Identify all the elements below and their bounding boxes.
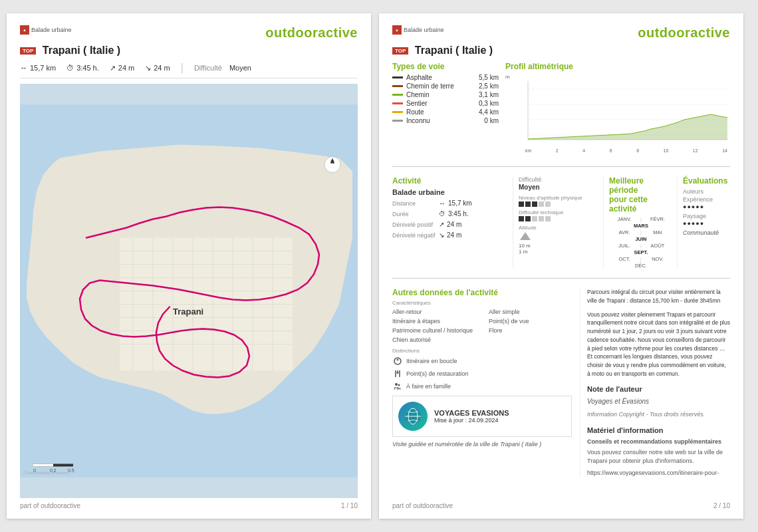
voie-profile-row: Types de voie Asphalte 5,5 km Chemin de … <box>392 62 730 153</box>
duration-label: Durée <box>392 211 439 217</box>
footer-right: 1 / 10 <box>341 502 358 509</box>
elev-up-icon: ↗ <box>110 64 116 72</box>
duration-val: ⏱ 3:45 h. <box>439 210 469 217</box>
carac-itineraire-etapes: Itinéraire à étapes <box>392 317 475 325</box>
deniv-neg-val: ↘ 24 m <box>439 231 461 239</box>
distinction-famille: À faire en famille <box>392 381 572 392</box>
voie-line-chemin <box>392 94 403 96</box>
voie-line-inconnu <box>392 120 403 122</box>
materiel-label: Matériel d'information <box>587 425 730 436</box>
apt-label: Niveau d'aptitude physique <box>519 195 599 201</box>
badge-text: Balade urbaine <box>31 27 72 33</box>
page-1: ▲ Balade urbaine outdooractive TOP Trapa… <box>7 13 371 519</box>
tech-dots <box>519 216 599 221</box>
badge-icon: ▲ <box>20 25 29 35</box>
deniv-pos-label: Dénivelé positif <box>392 221 439 228</box>
difficulty-col: Difficulté Moyen Niveau d'aptitude physi… <box>513 176 599 269</box>
clock-icon: ⏱ <box>66 64 74 72</box>
activity-duration-row: Durée ⏱ 3:45 h. <box>392 210 509 217</box>
voyages-name: VOYAGES EVASIONS <box>434 409 509 417</box>
page2-top-badge: TOP <box>392 47 408 55</box>
map-area: Trapani N 0 0.2 0.5 © OpenStreetMap cont… <box>20 84 358 498</box>
activity-type: Balade urbaine <box>392 188 509 196</box>
experience-label: Expérience <box>683 196 730 203</box>
stat-elev-down: ↘ 24 m <box>145 64 170 72</box>
eval-title: Évaluations <box>683 176 730 186</box>
voyages-info: VOYAGES EVASIONS Mise à jour : 24.09.202… <box>434 409 509 424</box>
note-auteur-val: Voyages et Évasions <box>587 396 730 406</box>
materiel-text: Vous pouvez consulter notre site web sur… <box>587 448 730 466</box>
activity-deniv-pos-row: Dénivelé positif ↗ 24 m <box>392 221 509 228</box>
description-text-2: Vous pouvez visiter pleinement Trapani e… <box>587 311 730 378</box>
stat-distance: ↔ 15,7 km <box>20 64 56 72</box>
boucle-icon <box>392 356 403 366</box>
distance-label: Distance <box>392 200 439 207</box>
profil-altimetrique: Profil altimétrique m 80 60 40 20 <box>505 62 730 153</box>
tech-label: Difficulté technique <box>519 209 599 215</box>
auteurs-label: Auteurs <box>683 188 730 195</box>
carac-chien: Chien autorisé <box>392 336 475 344</box>
mountain-icon <box>519 231 532 241</box>
voie-line-chemin-terre <box>392 85 403 87</box>
distance-val: ↔ 15,7 km <box>439 200 472 207</box>
autres-donnees-col: Autres données de l'activité Caractérist… <box>392 288 572 477</box>
carac-points-vue: Point(s) de vue <box>489 317 572 325</box>
voie-row-chemin: Chemin 3,1 km <box>392 91 499 98</box>
pages-container: ▲ Balade urbaine outdooractive TOP Trapa… <box>7 13 751 519</box>
chart-unit: m <box>505 74 730 80</box>
page2-footer-left: part of outdooractive <box>392 502 453 509</box>
activity-col: Activité Balade urbaine Distance ↔ 15,7 … <box>392 176 509 269</box>
voyages-box: VOYAGES EVASIONS Mise à jour : 24.09.202… <box>392 396 572 437</box>
route-title: TOP Trapani ( Italie ) <box>20 45 358 57</box>
months-grid: JANV. | FÉVR. MARS AVR. | MAI JUIN JUIL.… <box>609 216 673 269</box>
chart-wrapper: 80 60 40 20 <box>525 81 730 153</box>
meilleure-title: Meilleure périodepour cette activité <box>609 176 673 213</box>
voyages-logo <box>398 402 428 431</box>
voie-row-asphalte: Asphalte 5,5 km <box>392 74 499 81</box>
voie-row-route: Route 4,4 km <box>392 108 499 116</box>
voie-row-inconnu: Inconnu 0 km <box>392 117 499 124</box>
distinctions-label: Distinctions <box>392 348 572 354</box>
page-2: ▲ Balade urbaine outdooractive TOP Trapa… <box>379 13 743 519</box>
page2-badge-icon: ▲ <box>392 25 402 35</box>
page1-header: ▲ Balade urbaine outdooractive <box>20 25 358 41</box>
dot <box>525 216 531 221</box>
svg-marker-42 <box>396 358 399 360</box>
dot <box>539 216 544 221</box>
activity-row: Activité Balade urbaine Distance ↔ 15,7 … <box>392 176 730 269</box>
elev-down-icon: ↘ <box>145 64 151 72</box>
apt-dots <box>519 201 599 207</box>
deniv-pos-val: ↗ 24 m <box>439 221 461 228</box>
dot <box>545 216 551 221</box>
page2-content: Types de voie Asphalte 5,5 km Chemin de … <box>392 62 730 498</box>
altimetry-chart: 80 60 40 20 <box>525 81 730 144</box>
svg-marker-40 <box>520 232 531 240</box>
stats-bar: ↔ 15,7 km ⏱ 3:45 h. ↗ 24 m ↘ 24 m | Diff… <box>20 62 358 78</box>
carac-flore: Flore <box>489 327 572 334</box>
meilleure-periode-col: Meilleure périodepour cette activité JAN… <box>603 176 673 269</box>
difficulty-col-val: Moyen <box>519 184 599 191</box>
page2-right: Parcours intégral du circuit pour visite… <box>587 288 730 477</box>
carac-aller-retour: Aller-retour <box>392 308 475 316</box>
page2-main: Autres données de l'activité Caractérist… <box>392 288 730 477</box>
dot <box>519 201 524 207</box>
altitude-vals: 10 m 1 m <box>519 231 599 255</box>
carac-patrimoine: Patrimoine culturel / historique <box>392 327 475 334</box>
experience-stars: ●●●●● <box>683 203 730 210</box>
stat-difficulty: Difficulté Moyen <box>194 64 251 72</box>
voie-table: Asphalte 5,5 km Chemin de terre 2,5 km C… <box>392 74 499 124</box>
svg-rect-25 <box>33 464 53 467</box>
autres-donnees-title: Autres données de l'activité <box>392 288 572 297</box>
profil-title: Profil altimétrique <box>505 62 730 71</box>
distinction-boucle: Itinéraire en boucle <box>392 356 572 366</box>
deniv-neg-label: Dénivelé négatif <box>392 232 439 239</box>
alt-max: 10 m 1 m <box>519 231 532 255</box>
page2-badge-text: Balade urbaine <box>404 27 444 33</box>
voie-line-asphalte <box>392 76 403 78</box>
description-col: Parcours intégral du circuit pour visite… <box>580 288 730 477</box>
page2-footer-right: 2 / 10 <box>713 502 730 509</box>
separator-2 <box>392 278 730 279</box>
types-voie-title: Types de voie <box>392 62 499 71</box>
voie-row-sentier: Sentier 0,3 km <box>392 100 499 107</box>
dot <box>545 201 551 207</box>
